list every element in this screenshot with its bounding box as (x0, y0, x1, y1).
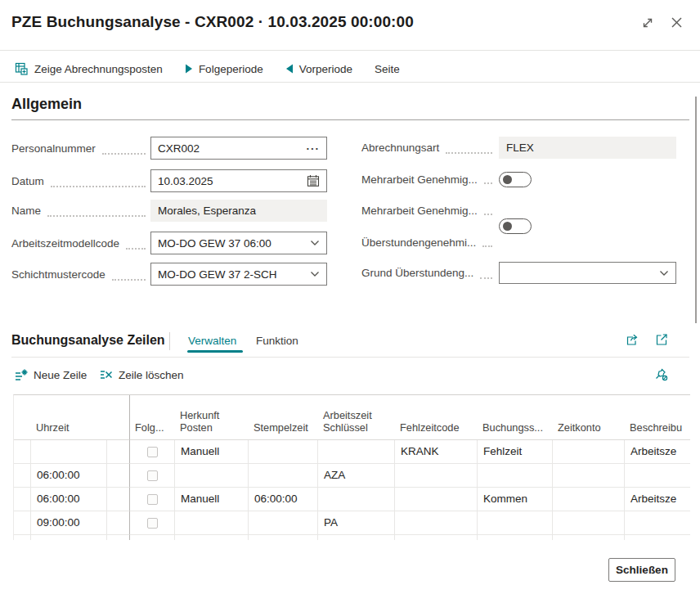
folgetag-checkbox[interactable] (147, 447, 158, 457)
vertical-scrollbar-thumb[interactable] (695, 97, 697, 323)
folgetag-checkbox[interactable] (147, 470, 158, 481)
action-delete-line[interactable]: Zeile löschen (100, 368, 184, 381)
cell-fehlzeitcode[interactable] (395, 535, 478, 540)
cell-stempelzeit[interactable] (249, 464, 318, 488)
action-label: Folgeperiode (199, 63, 263, 75)
arbeitszeitmodellcode-select[interactable]: MO-DO GEW 37 06:00 (150, 232, 327, 254)
cell-uhrzeit[interactable]: 06:00:00 (31, 488, 107, 511)
personalnummer-input[interactable]: CXR002 ··· (150, 137, 327, 160)
cell-stempelzeit[interactable]: 06:00:00 (249, 488, 318, 511)
cell-buchungsart[interactable] (478, 464, 553, 488)
cell-uhrzeit[interactable]: 06:00:00 (31, 464, 107, 488)
cell-zeitkonto[interactable] (553, 464, 625, 488)
share-button[interactable] (624, 331, 640, 348)
ellipsis-assist-icon[interactable]: ··· (307, 142, 321, 155)
toggle-knob (503, 175, 512, 184)
cell-folgetag[interactable] (130, 440, 175, 464)
grund-ueberstunden-select[interactable] (499, 262, 676, 284)
cell-fehlzeitcode[interactable] (395, 464, 478, 488)
cell-arbeitszeit[interactable]: PE (318, 535, 395, 540)
field-label-arbeitszeitmodellcode: Arbeitszeitmodellcode (11, 232, 150, 254)
close-button[interactable]: Schließen (608, 558, 675, 582)
tab-verwalten[interactable]: Verwalten (188, 335, 236, 347)
action-show-settlement-entries[interactable]: Zeige Abrechnungsposten (15, 62, 163, 76)
action-previous-period[interactable]: Vorperiode (285, 63, 352, 75)
column-header-buchungsart[interactable]: Buchungss... (478, 395, 553, 440)
cell-stempelzeit[interactable] (249, 440, 318, 464)
row-selector[interactable] (14, 511, 31, 535)
cell-fehlzeitcode[interactable] (395, 488, 478, 511)
toggle-knob (503, 222, 512, 231)
cell-herkunft[interactable] (175, 511, 249, 535)
row-selector[interactable] (14, 440, 31, 464)
column-header-folgetag[interactable]: Folg... (130, 395, 175, 440)
expand-pane-button[interactable] (653, 331, 670, 348)
cell-beschreibung[interactable] (625, 535, 690, 540)
cell-arbeitszeit[interactable]: AZA (318, 464, 395, 488)
chevron-down-icon (310, 240, 320, 246)
datum-input[interactable]: 10.03.2025 (150, 169, 327, 192)
mehrarbeit-genehmigt-toggle-2[interactable] (499, 218, 532, 234)
tab-funktion[interactable]: Funktion (256, 335, 298, 347)
cell-herkunft[interactable]: Manuell (175, 440, 249, 464)
new-line-icon (15, 368, 28, 381)
cell-folgetag[interactable] (130, 464, 175, 488)
cell-folgetag[interactable] (130, 511, 175, 535)
cell-uhrzeit[interactable] (31, 440, 107, 464)
column-header-fehlzeitcode[interactable]: Fehlzeitcode (395, 395, 478, 440)
cell-stempelzeit[interactable] (249, 535, 318, 540)
row-selector[interactable] (14, 464, 31, 488)
cell-arbeitszeit[interactable] (318, 440, 395, 464)
cell-zeitkonto[interactable] (553, 535, 625, 540)
row-selector[interactable] (14, 535, 31, 540)
cell-buchungsart[interactable]: Kommen (478, 488, 553, 511)
calendar-icon[interactable] (307, 174, 320, 187)
cell-herkunft[interactable] (175, 535, 249, 540)
cell-buchungsart[interactable] (478, 511, 553, 535)
column-header-arbeitszeit-schluessel[interactable]: Arbeitszeit Schlüssel (318, 395, 395, 440)
action-page[interactable]: Seite (375, 63, 400, 75)
cell-beschreibung[interactable]: Arbeitsze (625, 488, 690, 511)
cell-buchungsart[interactable]: Fehlzeit (478, 440, 553, 464)
cell-stempelzeit[interactable] (249, 511, 318, 535)
mehrarbeit-genehmigt-toggle-1[interactable] (499, 172, 532, 187)
active-tab-underline (187, 350, 243, 353)
cell-zeitkonto[interactable] (553, 511, 625, 535)
cell-beschreibung[interactable]: Arbeitsze (625, 440, 690, 464)
cell-uhrzeit[interactable]: 09:15:00 (31, 535, 107, 540)
cell-buchungsart[interactable] (478, 535, 553, 540)
cell-beschreibung[interactable] (625, 511, 690, 535)
folgetag-checkbox[interactable] (147, 494, 158, 505)
cell-folgetag[interactable] (130, 488, 175, 511)
resize-dialog-button[interactable] (639, 15, 656, 31)
cell-arbeitszeit[interactable]: PA (318, 511, 395, 535)
divider (0, 50, 700, 51)
cell-arbeitszeit[interactable] (318, 488, 395, 511)
row-selector[interactable] (14, 488, 31, 511)
pin-pane-button[interactable] (653, 367, 670, 383)
chevron-down-icon (310, 271, 320, 277)
column-header-uhrzeit[interactable]: Uhrzeit (31, 395, 107, 440)
column-header-stempelzeit[interactable]: Stempelzeit (249, 395, 318, 440)
cell-zeitkonto[interactable] (553, 488, 625, 511)
cell-beschreibung[interactable] (625, 464, 690, 488)
cell-fehlzeitcode[interactable]: KRANK (395, 440, 478, 464)
cell-fehlzeitcode[interactable] (395, 511, 478, 535)
action-new-line[interactable]: Neue Zeile (15, 368, 87, 381)
cell-herkunft[interactable] (175, 464, 249, 488)
action-label: Vorperiode (299, 63, 352, 75)
field-label-abrechnungsart: Abrechnungsart (361, 137, 497, 159)
folgetag-checkbox[interactable] (147, 518, 158, 529)
close-dialog-button[interactable] (668, 14, 685, 31)
action-label: Seite (375, 63, 400, 75)
schichtmustercode-select[interactable]: MO-DO GEW 37 2-SCH (150, 263, 327, 286)
cell-herkunft[interactable]: Manuell (175, 488, 249, 511)
cell-uhrzeit[interactable]: 09:00:00 (31, 511, 107, 535)
cell-folgetag[interactable] (130, 535, 175, 540)
column-header-zeitkonto[interactable]: Zeitkonto (553, 395, 625, 440)
column-header-beschreibung[interactable]: Beschreibu (625, 395, 690, 440)
action-next-period[interactable]: Folgeperiode (185, 63, 263, 75)
cell-zeitkonto[interactable] (553, 440, 625, 464)
column-header-herkunft-posten[interactable]: Herkunft Posten (175, 395, 249, 440)
field-label-mehrarbeit-genehmigt-1: Mehrarbeit Genehmig... (361, 172, 497, 187)
